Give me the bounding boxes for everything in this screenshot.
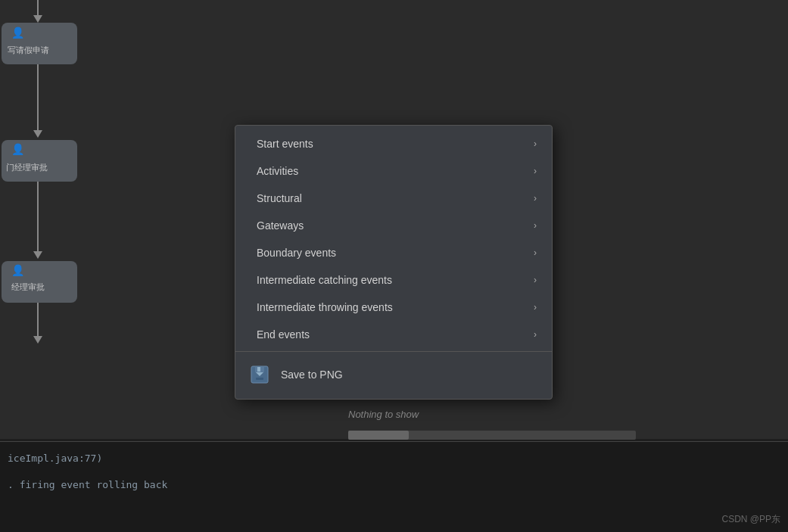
menu-item-end-events[interactable]: End events › <box>235 321 552 348</box>
menu-label-intermediate-catching: Intermediate catching events <box>257 274 392 286</box>
menu-item-structural[interactable]: Structural › <box>235 185 552 212</box>
menu-label-start-events: Start events <box>257 138 313 150</box>
menu-item-start-events[interactable]: Start events › <box>235 130 552 157</box>
chevron-icon-end-events: › <box>534 329 537 340</box>
svg-marker-6 <box>33 130 42 138</box>
menu-item-intermediate-catching[interactable]: Intermediate catching events › <box>235 266 552 294</box>
save-png-icon <box>248 362 272 387</box>
watermark: CSDN @PP东 <box>721 513 780 526</box>
svg-text:👤: 👤 <box>11 143 25 156</box>
context-menu: Start events › Activities › Structural ›… <box>235 125 553 400</box>
menu-label-boundary-events: Boundary events <box>257 247 336 259</box>
chevron-icon-intermediate-throwing: › <box>534 302 537 313</box>
chevron-icon-structural: › <box>534 193 537 204</box>
svg-marker-1 <box>33 15 42 23</box>
svg-text:经理审批: 经理审批 <box>11 282 45 291</box>
svg-text:门经理审批: 门经理审批 <box>6 163 48 172</box>
diagram-svg: 👤 写请假申请 👤 门经理审批 👤 经理审批 <box>0 0 235 439</box>
chevron-icon-intermediate-catching: › <box>534 275 537 285</box>
menu-label-intermediate-throwing: Intermediate throwing events <box>257 301 393 313</box>
scroll-track[interactable] <box>348 431 636 440</box>
svg-rect-19 <box>257 367 260 372</box>
menu-item-save-png[interactable]: Save to PNG <box>235 355 552 394</box>
menu-label-structural: Structural <box>257 192 302 204</box>
chevron-icon-gateways: › <box>534 220 537 231</box>
svg-marker-11 <box>33 251 42 259</box>
menu-item-activities[interactable]: Activities › <box>235 157 552 185</box>
chevron-icon-boundary-events: › <box>534 247 537 258</box>
code-line-2: . firing event rolling back <box>0 476 175 509</box>
menu-label-save-png: Save to PNG <box>281 369 343 381</box>
menu-label-activities: Activities <box>257 165 298 177</box>
svg-text:👤: 👤 <box>11 26 25 39</box>
menu-divider <box>235 351 552 352</box>
svg-rect-21 <box>256 378 263 380</box>
menu-label-gateways: Gateways <box>257 219 304 232</box>
menu-item-boundary-events[interactable]: Boundary events › <box>235 239 552 266</box>
chevron-icon-start-events: › <box>534 138 537 149</box>
svg-text:👤: 👤 <box>11 264 25 277</box>
menu-item-gateways[interactable]: Gateways › <box>235 212 552 239</box>
menu-label-end-events: End events <box>257 328 310 341</box>
bottom-panel: iceImpl.java:77) . firing event rolling … <box>0 441 788 532</box>
nothing-to-show-label: Nothing to show <box>348 409 500 420</box>
chevron-icon-activities: › <box>534 166 537 176</box>
menu-item-intermediate-throwing[interactable]: Intermediate throwing events › <box>235 294 552 321</box>
scroll-thumb[interactable] <box>348 431 409 440</box>
svg-marker-16 <box>33 336 42 344</box>
svg-text:写请假申请: 写请假申请 <box>8 45 49 54</box>
code-line-1: iceImpl.java:77) <box>0 450 110 479</box>
